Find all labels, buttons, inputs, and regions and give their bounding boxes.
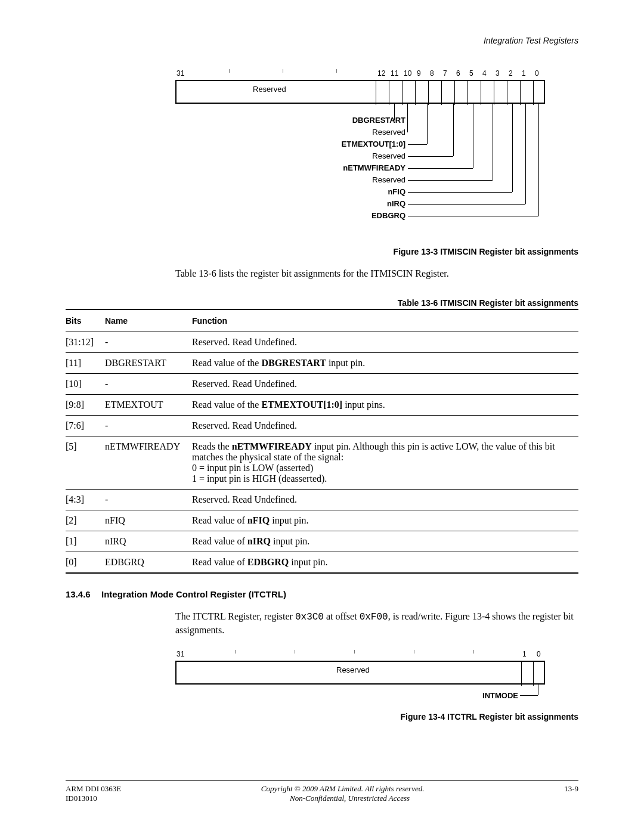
section-heading: 13.4.6Integration Mode Control Register … bbox=[66, 589, 578, 599]
th-func: Function bbox=[192, 309, 578, 332]
bit-9: 9 bbox=[417, 69, 421, 78]
table-row: [9:8]ETMEXTOUTRead value of the ETMEXTOU… bbox=[66, 394, 578, 415]
cell-name: - bbox=[105, 415, 192, 436]
intmode-label: INTMODE bbox=[450, 691, 518, 700]
running-head: Integration Test Registers bbox=[484, 36, 578, 45]
section-title: Integration Mode Control Register (ITCTR… bbox=[101, 589, 286, 599]
table-row: [2]nFIQRead value of nFIQ input pin. bbox=[66, 510, 578, 531]
table-row: [10]-Reserved. Read Undefined. bbox=[66, 373, 578, 394]
cell-bits: [0] bbox=[66, 552, 105, 573]
bit-0: 0 bbox=[535, 69, 539, 78]
signal-nfiq: nFIQ bbox=[175, 187, 405, 196]
cell-bits: [10] bbox=[66, 373, 105, 394]
signal-reserved: Reserved bbox=[175, 151, 405, 160]
intro-text: Table 13-6 lists the register bit assign… bbox=[175, 267, 578, 280]
cell-function: Reserved. Read Undefined. bbox=[192, 332, 578, 352]
cell-name: - bbox=[105, 373, 192, 394]
cell-function: Read value of the ETMEXTOUT[1:0] input p… bbox=[192, 394, 578, 415]
bit-31-f2: 31 bbox=[177, 650, 184, 658]
cell-function: Reserved. Read Undefined. bbox=[192, 489, 578, 510]
table-row: [5]nETMWFIREADYReads the nETMWFIREADY in… bbox=[66, 436, 578, 489]
footer-center: Copyright © 2009 ARM Limited. All rights… bbox=[66, 784, 578, 803]
signal-reserved: Reserved bbox=[175, 175, 405, 184]
footer-left: ARM DDI 0363EID013010 bbox=[66, 784, 121, 803]
cell-function: Read value of the DBGRESTART input pin. bbox=[192, 352, 578, 373]
table-caption: Table 13-6 ITMISCIN Register bit assignm… bbox=[66, 298, 578, 308]
bit-1: 1 bbox=[522, 69, 526, 78]
bit-2: 2 bbox=[509, 69, 513, 78]
bit-3: 3 bbox=[496, 69, 500, 78]
footer-right: 13-9 bbox=[564, 784, 578, 794]
signal-etmextout-1-0-: ETMEXTOUT[1:0] bbox=[175, 140, 405, 148]
cell-name: - bbox=[105, 332, 192, 352]
cell-bits: [31:12] bbox=[66, 332, 105, 352]
bit-7: 7 bbox=[443, 69, 447, 78]
cell-name: nETMWFIREADY bbox=[105, 436, 192, 489]
signal-dbgrestart: DBGRESTART bbox=[175, 116, 405, 125]
figure2-caption: Figure 13-4 ITCTRL Register bit assignme… bbox=[66, 712, 578, 721]
cell-bits: [4:3] bbox=[66, 489, 105, 510]
bitassign-table: Bits Name Function [31:12]-Reserved. Rea… bbox=[66, 309, 578, 574]
page-footer: ARM DDI 0363EID013010 13-9 Copyright © 2… bbox=[66, 780, 578, 803]
figure1-caption: Figure 13-3 ITMISCIN Register bit assign… bbox=[66, 247, 578, 256]
cell-name: - bbox=[105, 489, 192, 510]
bit-6: 6 bbox=[456, 69, 460, 78]
signal-nirq: nIRQ bbox=[175, 199, 405, 208]
table-row: [11]DBGRESTARTRead value of the DBGRESTA… bbox=[66, 352, 578, 373]
cell-function: Read value of nFIQ input pin. bbox=[192, 510, 578, 531]
th-name: Name bbox=[105, 309, 192, 332]
signal-edbgrq: EDBGRQ bbox=[175, 211, 405, 220]
bit-4: 4 bbox=[482, 69, 487, 78]
table-row: [4:3]-Reserved. Read Undefined. bbox=[66, 489, 578, 510]
cell-bits: [7:6] bbox=[66, 415, 105, 436]
cell-bits: [5] bbox=[66, 436, 105, 489]
figure-itctrl: 31 1 0 Reserved INTMODE bbox=[175, 650, 545, 704]
bit-10: 10 bbox=[404, 69, 411, 78]
bit-12: 12 bbox=[377, 69, 385, 78]
reserved-main-label: Reserved bbox=[253, 85, 286, 94]
cell-name: DBGRESTART bbox=[105, 352, 192, 373]
cell-function: Read value of EDBGRQ input pin. bbox=[192, 552, 578, 573]
cell-function: Reserved. Read Undefined. bbox=[192, 373, 578, 394]
reserved-f2: Reserved bbox=[336, 665, 370, 674]
signal-netmwfiready: nETMWFIREADY bbox=[175, 163, 405, 172]
cell-name: nFIQ bbox=[105, 510, 192, 531]
bit-1-f2: 1 bbox=[522, 650, 527, 658]
cell-bits: [11] bbox=[66, 352, 105, 373]
bit-0-f2: 0 bbox=[537, 650, 541, 658]
bit-8: 8 bbox=[430, 69, 434, 78]
cell-name: nIRQ bbox=[105, 531, 192, 552]
cell-bits: [2] bbox=[66, 510, 105, 531]
signal-reserved: Reserved bbox=[175, 128, 405, 137]
table-row: [7:6]-Reserved. Read Undefined. bbox=[66, 415, 578, 436]
cell-bits: [9:8] bbox=[66, 394, 105, 415]
section-body: The ITCTRL Register, register 0x3C0 at o… bbox=[175, 610, 578, 637]
register-box bbox=[175, 80, 545, 104]
cell-bits: [1] bbox=[66, 531, 105, 552]
cell-name: EDBGRQ bbox=[105, 552, 192, 573]
table-row: [0]EDBGRQRead value of EDBGRQ input pin. bbox=[66, 552, 578, 573]
bit-11: 11 bbox=[391, 69, 398, 78]
cell-function: Reads the nETMWFIREADY input pin. Althou… bbox=[192, 436, 578, 489]
cell-name: ETMEXTOUT bbox=[105, 394, 192, 415]
section-number: 13.4.6 bbox=[66, 589, 101, 599]
table-row: [1]nIRQRead value of nIRQ input pin. bbox=[66, 531, 578, 552]
cell-function: Reserved. Read Undefined. bbox=[192, 415, 578, 436]
th-bits: Bits bbox=[66, 309, 105, 332]
cell-function: Read value of nIRQ input pin. bbox=[192, 531, 578, 552]
bit-5: 5 bbox=[469, 69, 473, 78]
table-row: [31:12]-Reserved. Read Undefined. bbox=[66, 332, 578, 352]
figure-itmiscin: 31 1211109876543210 Reserved DBGRESTARTR… bbox=[175, 69, 545, 236]
bit-31: 31 bbox=[177, 69, 184, 78]
